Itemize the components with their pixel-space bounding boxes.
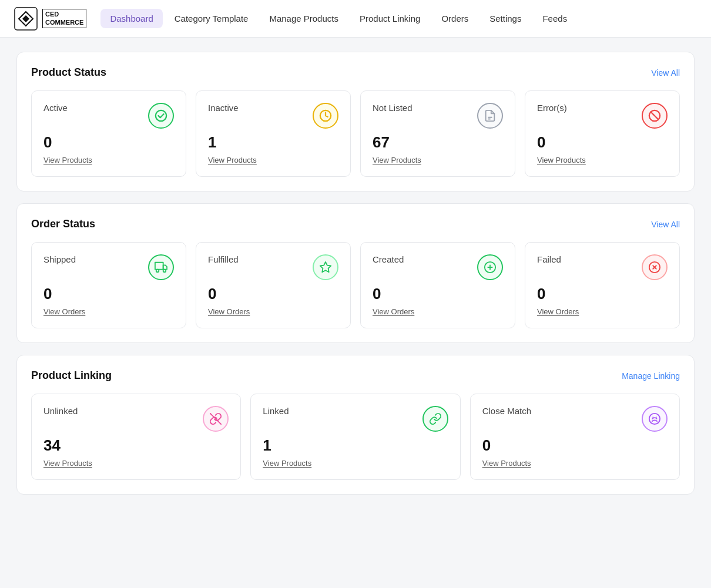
nav-item-feeds[interactable]: Feeds [533, 9, 576, 28]
unlinked-icon [203, 406, 229, 432]
not-listed-view-products[interactable]: View Products [373, 156, 503, 164]
fulfilled-count: 0 [208, 286, 338, 301]
product-status-title: Product Status [31, 66, 106, 79]
logo-text: CED COMMERCE [42, 9, 86, 28]
nav-item-orders[interactable]: Orders [432, 9, 478, 28]
product-linking-grid: Unlinked 34 View Products Linked [31, 394, 680, 480]
nav-item-category-template[interactable]: Category Template [165, 9, 258, 28]
close-match-view-products[interactable]: View Products [482, 459, 668, 468]
product-linking-header: Product Linking Manage Linking [31, 369, 680, 382]
svg-point-1 [156, 110, 166, 121]
active-icon [148, 103, 174, 129]
order-status-view-all[interactable]: View All [651, 220, 680, 229]
failed-count: 0 [537, 286, 668, 301]
inactive-icon [313, 103, 338, 129]
shipped-icon [148, 254, 174, 280]
error-icon [642, 103, 668, 129]
error-count: 0 [537, 135, 668, 150]
nav-item-product-linking[interactable]: Product Linking [350, 9, 430, 28]
product-linking-manage[interactable]: Manage Linking [622, 371, 680, 381]
unlinked-view-products[interactable]: View Products [43, 459, 229, 468]
unlinked-count: 34 [43, 438, 229, 453]
product-status-card-error: Error(s) 0 View Products [525, 90, 680, 177]
not-listed-icon [477, 103, 503, 129]
linking-card-unlinked: Unlinked 34 View Products [31, 394, 241, 480]
inactive-label: Inactive [208, 103, 239, 113]
nav-item-dashboard[interactable]: Dashboard [100, 9, 162, 28]
linked-count: 1 [263, 438, 448, 453]
failed-label: Failed [537, 254, 561, 264]
svg-point-10 [163, 270, 166, 273]
shipped-view-orders[interactable]: View Orders [43, 307, 174, 316]
product-linking-title: Product Linking [31, 369, 112, 382]
not-listed-label: Not Listed [373, 103, 412, 113]
failed-view-orders[interactable]: View Orders [537, 307, 668, 316]
nav-item-settings[interactable]: Settings [480, 9, 531, 28]
inactive-view-products[interactable]: View Products [208, 156, 338, 164]
created-view-orders[interactable]: View Orders [373, 307, 503, 316]
order-status-card-shipped: Shipped 0 View Orders [31, 242, 186, 328]
fulfilled-icon [313, 254, 338, 280]
not-listed-count: 67 [373, 135, 503, 150]
order-status-card-fulfilled: Fulfilled 0 View Orders [196, 242, 351, 328]
navbar: CED COMMERCE Dashboard Category Template… [0, 0, 711, 38]
linking-card-linked: Linked 1 View Products [250, 394, 460, 480]
unlinked-label: Unlinked [43, 406, 78, 416]
nav-items: Dashboard Category Template Manage Produ… [100, 9, 697, 28]
linked-view-products[interactable]: View Products [263, 459, 448, 468]
failed-icon [642, 254, 668, 280]
product-status-section: Product Status View All Active 0 View Pr… [16, 52, 695, 191]
active-count: 0 [43, 135, 174, 150]
main-content: Product Status View All Active 0 View Pr… [0, 38, 711, 509]
linked-label: Linked [263, 406, 289, 416]
product-status-header: Product Status View All [31, 66, 680, 79]
order-status-card-created: Created 0 View Orders [360, 242, 515, 328]
active-view-products[interactable]: View Products [43, 156, 174, 164]
svg-marker-8 [163, 265, 167, 269]
product-status-card-active: Active 0 View Products [31, 90, 186, 177]
product-status-view-all[interactable]: View All [651, 68, 680, 78]
svg-line-6 [651, 112, 659, 120]
created-count: 0 [373, 286, 503, 301]
fulfilled-label: Fulfilled [208, 254, 239, 264]
order-status-header: Order Status View All [31, 218, 680, 230]
logo-icon [14, 7, 38, 31]
product-status-grid: Active 0 View Products Inactive [31, 90, 680, 177]
created-icon [477, 254, 503, 280]
close-match-icon [642, 406, 668, 432]
close-match-label: Close Match [482, 406, 531, 416]
error-label: Error(s) [537, 103, 567, 113]
created-label: Created [373, 254, 404, 264]
logo: CED COMMERCE [14, 7, 86, 31]
nav-item-manage-products[interactable]: Manage Products [260, 9, 348, 28]
svg-rect-7 [155, 263, 163, 270]
close-match-count: 0 [482, 438, 668, 453]
order-status-title: Order Status [31, 218, 95, 230]
svg-point-9 [156, 270, 159, 273]
product-status-card-inactive: Inactive 1 View Products [196, 90, 351, 177]
inactive-count: 1 [208, 135, 338, 150]
shipped-label: Shipped [43, 254, 76, 264]
product-linking-section: Product Linking Manage Linking Unlinked [16, 355, 695, 495]
fulfilled-view-orders[interactable]: View Orders [208, 307, 338, 316]
active-label: Active [43, 103, 68, 113]
linked-icon [422, 406, 448, 432]
order-status-grid: Shipped 0 View Orders Fulf [31, 242, 680, 328]
product-status-card-not-listed: Not Listed 67 View Products [360, 90, 515, 177]
svg-marker-11 [320, 262, 331, 272]
shipped-count: 0 [43, 286, 174, 301]
linking-card-close-match: Close Match 0 View Products [470, 394, 680, 480]
order-status-section: Order Status View All Shipped [16, 203, 695, 343]
order-status-card-failed: Failed 0 View Orders [525, 242, 680, 328]
error-view-products[interactable]: View Products [537, 156, 668, 164]
